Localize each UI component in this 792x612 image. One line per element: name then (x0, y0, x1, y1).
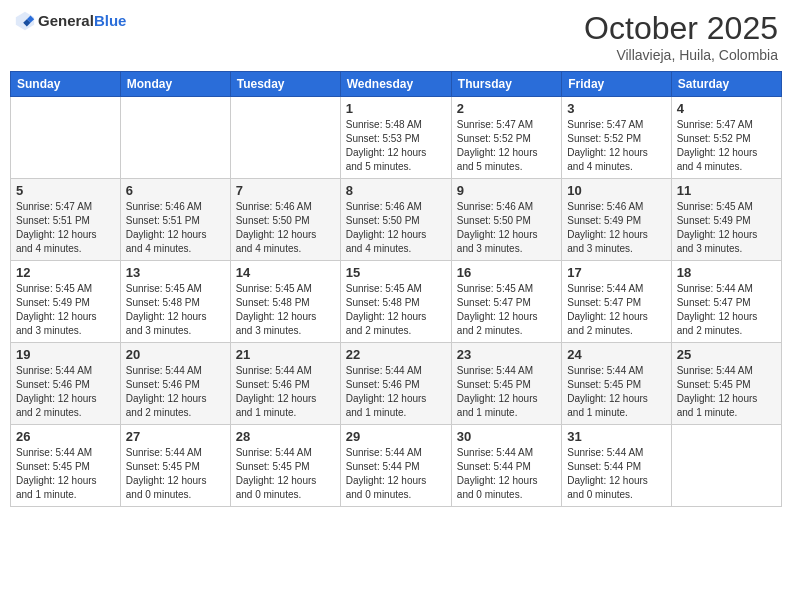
day-detail: Sunrise: 5:44 AM Sunset: 5:46 PM Dayligh… (16, 364, 115, 420)
calendar-cell (230, 97, 340, 179)
location-subtitle: Villavieja, Huila, Colombia (584, 47, 778, 63)
calendar-cell: 13Sunrise: 5:45 AM Sunset: 5:48 PM Dayli… (120, 261, 230, 343)
calendar-table: SundayMondayTuesdayWednesdayThursdayFrid… (10, 71, 782, 507)
calendar-week-row-2: 5Sunrise: 5:47 AM Sunset: 5:51 PM Daylig… (11, 179, 782, 261)
calendar-week-row-4: 19Sunrise: 5:44 AM Sunset: 5:46 PM Dayli… (11, 343, 782, 425)
day-detail: Sunrise: 5:47 AM Sunset: 5:52 PM Dayligh… (457, 118, 556, 174)
calendar-cell: 9Sunrise: 5:46 AM Sunset: 5:50 PM Daylig… (451, 179, 561, 261)
calendar-cell: 20Sunrise: 5:44 AM Sunset: 5:46 PM Dayli… (120, 343, 230, 425)
day-number: 21 (236, 347, 335, 362)
day-detail: Sunrise: 5:44 AM Sunset: 5:46 PM Dayligh… (126, 364, 225, 420)
weekday-header-thursday: Thursday (451, 72, 561, 97)
day-number: 11 (677, 183, 776, 198)
day-number: 26 (16, 429, 115, 444)
calendar-cell: 18Sunrise: 5:44 AM Sunset: 5:47 PM Dayli… (671, 261, 781, 343)
page-header: GeneralBlue October 2025 Villavieja, Hui… (10, 10, 782, 63)
day-number: 18 (677, 265, 776, 280)
calendar-cell: 31Sunrise: 5:44 AM Sunset: 5:44 PM Dayli… (562, 425, 671, 507)
calendar-cell: 11Sunrise: 5:45 AM Sunset: 5:49 PM Dayli… (671, 179, 781, 261)
calendar-cell (671, 425, 781, 507)
day-detail: Sunrise: 5:46 AM Sunset: 5:50 PM Dayligh… (457, 200, 556, 256)
calendar-cell: 1Sunrise: 5:48 AM Sunset: 5:53 PM Daylig… (340, 97, 451, 179)
weekday-header-tuesday: Tuesday (230, 72, 340, 97)
day-detail: Sunrise: 5:47 AM Sunset: 5:52 PM Dayligh… (567, 118, 665, 174)
calendar-cell: 19Sunrise: 5:44 AM Sunset: 5:46 PM Dayli… (11, 343, 121, 425)
day-detail: Sunrise: 5:45 AM Sunset: 5:49 PM Dayligh… (677, 200, 776, 256)
day-number: 27 (126, 429, 225, 444)
day-detail: Sunrise: 5:44 AM Sunset: 5:45 PM Dayligh… (567, 364, 665, 420)
day-number: 1 (346, 101, 446, 116)
day-number: 8 (346, 183, 446, 198)
day-detail: Sunrise: 5:45 AM Sunset: 5:48 PM Dayligh… (346, 282, 446, 338)
calendar-cell: 8Sunrise: 5:46 AM Sunset: 5:50 PM Daylig… (340, 179, 451, 261)
day-number: 2 (457, 101, 556, 116)
calendar-cell: 17Sunrise: 5:44 AM Sunset: 5:47 PM Dayli… (562, 261, 671, 343)
calendar-cell: 16Sunrise: 5:45 AM Sunset: 5:47 PM Dayli… (451, 261, 561, 343)
calendar-cell (120, 97, 230, 179)
day-detail: Sunrise: 5:47 AM Sunset: 5:51 PM Dayligh… (16, 200, 115, 256)
calendar-cell: 10Sunrise: 5:46 AM Sunset: 5:49 PM Dayli… (562, 179, 671, 261)
calendar-cell: 25Sunrise: 5:44 AM Sunset: 5:45 PM Dayli… (671, 343, 781, 425)
weekday-header-wednesday: Wednesday (340, 72, 451, 97)
weekday-header-monday: Monday (120, 72, 230, 97)
day-number: 14 (236, 265, 335, 280)
logo: GeneralBlue (14, 10, 126, 32)
calendar-cell: 2Sunrise: 5:47 AM Sunset: 5:52 PM Daylig… (451, 97, 561, 179)
title-area: October 2025 Villavieja, Huila, Colombia (584, 10, 778, 63)
weekday-header-friday: Friday (562, 72, 671, 97)
day-detail: Sunrise: 5:45 AM Sunset: 5:48 PM Dayligh… (126, 282, 225, 338)
day-detail: Sunrise: 5:44 AM Sunset: 5:44 PM Dayligh… (567, 446, 665, 502)
calendar-cell: 15Sunrise: 5:45 AM Sunset: 5:48 PM Dayli… (340, 261, 451, 343)
day-detail: Sunrise: 5:46 AM Sunset: 5:51 PM Dayligh… (126, 200, 225, 256)
calendar-cell: 27Sunrise: 5:44 AM Sunset: 5:45 PM Dayli… (120, 425, 230, 507)
day-number: 28 (236, 429, 335, 444)
day-number: 7 (236, 183, 335, 198)
day-detail: Sunrise: 5:44 AM Sunset: 5:45 PM Dayligh… (126, 446, 225, 502)
day-detail: Sunrise: 5:44 AM Sunset: 5:46 PM Dayligh… (236, 364, 335, 420)
calendar-cell: 29Sunrise: 5:44 AM Sunset: 5:44 PM Dayli… (340, 425, 451, 507)
day-detail: Sunrise: 5:44 AM Sunset: 5:44 PM Dayligh… (457, 446, 556, 502)
day-number: 10 (567, 183, 665, 198)
logo-text: GeneralBlue (38, 12, 126, 30)
logo-icon (14, 10, 36, 32)
calendar-cell: 26Sunrise: 5:44 AM Sunset: 5:45 PM Dayli… (11, 425, 121, 507)
day-detail: Sunrise: 5:45 AM Sunset: 5:49 PM Dayligh… (16, 282, 115, 338)
day-number: 16 (457, 265, 556, 280)
day-number: 29 (346, 429, 446, 444)
calendar-cell: 6Sunrise: 5:46 AM Sunset: 5:51 PM Daylig… (120, 179, 230, 261)
calendar-cell: 12Sunrise: 5:45 AM Sunset: 5:49 PM Dayli… (11, 261, 121, 343)
day-number: 9 (457, 183, 556, 198)
day-number: 3 (567, 101, 665, 116)
weekday-header-sunday: Sunday (11, 72, 121, 97)
day-detail: Sunrise: 5:45 AM Sunset: 5:48 PM Dayligh… (236, 282, 335, 338)
calendar-cell: 21Sunrise: 5:44 AM Sunset: 5:46 PM Dayli… (230, 343, 340, 425)
day-detail: Sunrise: 5:44 AM Sunset: 5:46 PM Dayligh… (346, 364, 446, 420)
weekday-header-row: SundayMondayTuesdayWednesdayThursdayFrid… (11, 72, 782, 97)
calendar-cell: 30Sunrise: 5:44 AM Sunset: 5:44 PM Dayli… (451, 425, 561, 507)
day-detail: Sunrise: 5:48 AM Sunset: 5:53 PM Dayligh… (346, 118, 446, 174)
calendar-week-row-5: 26Sunrise: 5:44 AM Sunset: 5:45 PM Dayli… (11, 425, 782, 507)
day-number: 19 (16, 347, 115, 362)
day-detail: Sunrise: 5:44 AM Sunset: 5:47 PM Dayligh… (567, 282, 665, 338)
day-number: 25 (677, 347, 776, 362)
calendar-cell (11, 97, 121, 179)
day-number: 5 (16, 183, 115, 198)
day-detail: Sunrise: 5:45 AM Sunset: 5:47 PM Dayligh… (457, 282, 556, 338)
calendar-cell: 5Sunrise: 5:47 AM Sunset: 5:51 PM Daylig… (11, 179, 121, 261)
weekday-header-saturday: Saturday (671, 72, 781, 97)
day-number: 31 (567, 429, 665, 444)
calendar-cell: 23Sunrise: 5:44 AM Sunset: 5:45 PM Dayli… (451, 343, 561, 425)
day-detail: Sunrise: 5:44 AM Sunset: 5:44 PM Dayligh… (346, 446, 446, 502)
day-number: 30 (457, 429, 556, 444)
day-number: 23 (457, 347, 556, 362)
calendar-week-row-1: 1Sunrise: 5:48 AM Sunset: 5:53 PM Daylig… (11, 97, 782, 179)
day-number: 12 (16, 265, 115, 280)
calendar-cell: 24Sunrise: 5:44 AM Sunset: 5:45 PM Dayli… (562, 343, 671, 425)
day-detail: Sunrise: 5:44 AM Sunset: 5:47 PM Dayligh… (677, 282, 776, 338)
day-number: 4 (677, 101, 776, 116)
calendar-cell: 3Sunrise: 5:47 AM Sunset: 5:52 PM Daylig… (562, 97, 671, 179)
calendar-cell: 22Sunrise: 5:44 AM Sunset: 5:46 PM Dayli… (340, 343, 451, 425)
month-title: October 2025 (584, 10, 778, 47)
day-detail: Sunrise: 5:44 AM Sunset: 5:45 PM Dayligh… (16, 446, 115, 502)
day-detail: Sunrise: 5:44 AM Sunset: 5:45 PM Dayligh… (236, 446, 335, 502)
